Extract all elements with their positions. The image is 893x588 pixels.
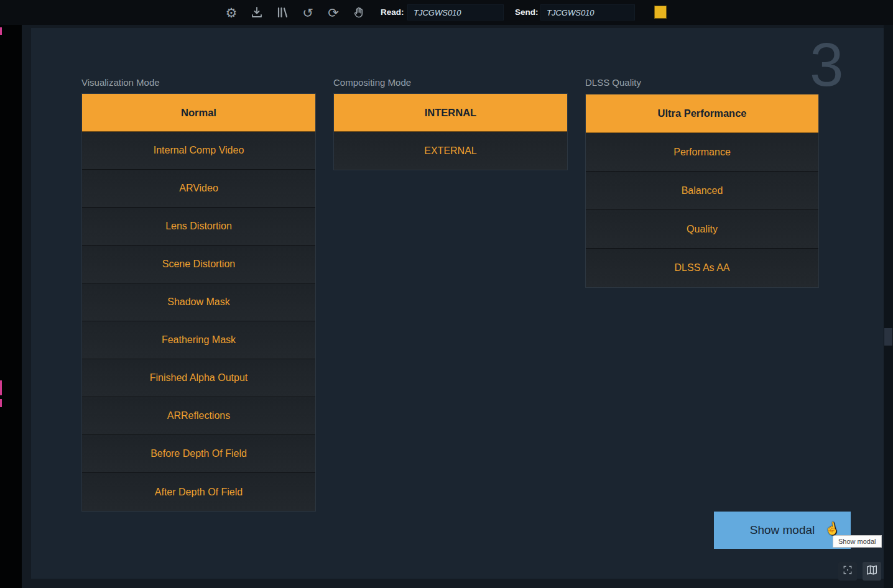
top-toolbar: ⚙ ↺ ⟳ Read: Send:	[0, 0, 893, 25]
visualization-mode-group: Normal Internal Comp Video ARVideo Lens …	[81, 93, 316, 512]
read-label: Read:	[381, 0, 404, 25]
option-shadow-mask[interactable]: Shadow Mask	[82, 283, 315, 321]
mouse-cursor-pointer: ☝	[823, 520, 841, 537]
send-label: Send:	[515, 0, 539, 25]
visualization-mode-label: Visualization Mode	[81, 77, 160, 88]
left-strip-artifact	[0, 380, 2, 395]
fullscreen-button[interactable]	[838, 562, 857, 581]
send-input[interactable]	[540, 4, 635, 21]
option-lens-distortion[interactable]: Lens Distortion	[82, 208, 315, 246]
download-icon[interactable]	[249, 5, 264, 20]
status-indicator	[654, 6, 667, 19]
library-icon[interactable]	[275, 5, 290, 20]
left-edge-strip	[0, 25, 22, 588]
option-finished-alpha-output[interactable]: Finished Alpha Output	[82, 359, 315, 397]
left-strip-artifact	[0, 399, 2, 407]
dlss-quality-label: DLSS Quality	[585, 77, 641, 88]
compositing-mode-group: INTERNAL EXTERNAL	[333, 93, 568, 170]
option-after-depth-of-field[interactable]: After Depth Of Field	[82, 473, 315, 511]
toolbar-icon-row: ⚙ ↺ ⟳	[224, 0, 366, 25]
history-icon[interactable]: ↺	[300, 5, 315, 20]
read-input[interactable]	[407, 4, 504, 21]
dlss-quality-group: Ultra Performance Performance Balanced Q…	[585, 94, 819, 288]
option-dlss-as-aa[interactable]: DLSS As AA	[586, 249, 818, 287]
option-balanced[interactable]: Balanced	[586, 172, 818, 210]
right-edge-strip	[884, 25, 893, 588]
option-quality[interactable]: Quality	[586, 210, 818, 249]
option-normal[interactable]: Normal	[82, 94, 315, 132]
page-number-watermark: 3	[810, 30, 844, 100]
pan-hand-icon[interactable]	[351, 5, 366, 20]
fullscreen-icon	[842, 564, 853, 578]
compositing-mode-label: Compositing Mode	[333, 77, 411, 88]
show-modal-tooltip: Show modal	[833, 535, 882, 548]
left-strip-artifact	[0, 27, 2, 35]
option-internal-comp-video[interactable]: Internal Comp Video	[82, 132, 315, 170]
option-ultra-performance[interactable]: Ultra Performance	[586, 94, 818, 133]
option-feathering-mask[interactable]: Feathering Mask	[82, 321, 315, 359]
map-button[interactable]	[863, 562, 881, 581]
refresh-icon[interactable]: ⟳	[326, 5, 341, 20]
option-external[interactable]: EXTERNAL	[334, 132, 567, 170]
option-performance[interactable]: Performance	[586, 133, 818, 172]
map-icon	[866, 564, 878, 579]
gear-icon[interactable]: ⚙	[224, 5, 239, 20]
option-before-depth-of-field[interactable]: Before Depth Of Field	[82, 435, 315, 473]
scrollbar-thumb[interactable]	[884, 328, 892, 346]
option-arreflections[interactable]: ARReflections	[82, 397, 315, 435]
option-arvideo[interactable]: ARVideo	[82, 170, 315, 208]
option-internal[interactable]: INTERNAL	[334, 94, 567, 132]
option-scene-distortion[interactable]: Scene Distortion	[82, 246, 315, 283]
